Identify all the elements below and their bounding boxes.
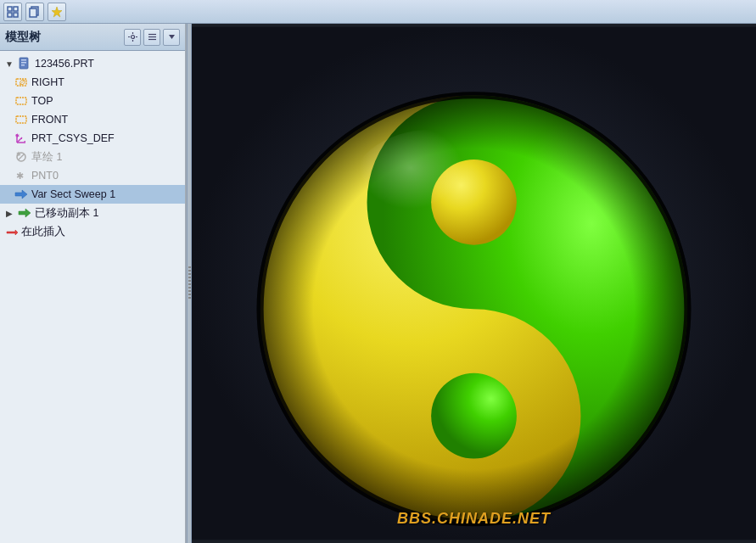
icon-plane-top — [14, 94, 29, 108]
svg-rect-17 — [21, 59, 26, 61]
icon-move — [17, 206, 32, 220]
tree-item-sketch[interactable]: ✱ 草绘 1 — [0, 148, 185, 166]
icon-file — [17, 57, 32, 70]
tree-item-right[interactable]: ∅ RIGHT — [0, 73, 185, 92]
svg-marker-36 — [19, 209, 31, 217]
tree-item-root[interactable]: ▼ 123456.PRT — [0, 54, 185, 73]
tree-item-front[interactable]: FRONT — [0, 110, 185, 129]
tree-label-move: 已移动副本 1 — [35, 206, 98, 221]
tree-item-move[interactable]: ▶ 已移动副本 1 — [0, 204, 185, 222]
svg-text:✱: ✱ — [16, 171, 24, 181]
panel-header: 模型树 — [0, 24, 185, 51]
tree-label-sweep: Var Sect Sweep 1 — [31, 188, 115, 200]
viewport: BBS.CHINADE.NET — [192, 24, 756, 543]
svg-rect-23 — [16, 116, 26, 123]
tree-item-sweep[interactable]: Var Sect Sweep 1 — [0, 185, 185, 204]
svg-marker-37 — [7, 230, 18, 235]
panel-tools — [124, 29, 180, 46]
tree-label-pnt: PNT0 — [31, 170, 59, 182]
tree-item-csys[interactable]: ✱ PRT_CSYS_DEF — [0, 129, 185, 148]
main-layout: 模型树 — [0, 24, 756, 543]
tree-label-top: TOP — [31, 95, 53, 107]
tree-label-right: RIGHT — [31, 76, 64, 88]
svg-rect-19 — [21, 64, 25, 66]
panel-tool-dropdown[interactable] — [163, 29, 180, 46]
tree-label-csys: PRT_CSYS_DEF — [31, 132, 115, 144]
svg-rect-18 — [21, 62, 26, 64]
svg-text:✱: ✱ — [16, 151, 21, 157]
viewport-canvas: BBS.CHINADE.NET — [192, 24, 756, 543]
svg-rect-22 — [16, 98, 26, 104]
svg-point-7 — [131, 36, 134, 39]
svg-rect-1 — [14, 7, 18, 11]
icon-sweep — [14, 188, 29, 201]
icon-csys: ✱ — [14, 132, 29, 145]
svg-text:∅: ∅ — [19, 79, 25, 87]
title-bar — [0, 0, 756, 24]
title-icon-copy[interactable] — [25, 3, 44, 21]
panel-tool-menu[interactable] — [143, 29, 160, 46]
tree-label-front: FRONT — [31, 114, 68, 126]
tree-label-root: 123456.PRT — [35, 58, 94, 70]
icon-pnt: ✱ — [14, 169, 29, 182]
icon-plane-right: ∅ — [14, 76, 29, 89]
icon-sketch: ✱ — [14, 150, 29, 164]
watermark: BBS.CHINADE.NET — [397, 510, 551, 528]
tree-label-insert: 在此插入 — [21, 225, 65, 239]
svg-rect-0 — [8, 7, 12, 11]
title-icon-grid[interactable] — [3, 3, 22, 21]
svg-rect-3 — [14, 13, 18, 17]
svg-rect-2 — [8, 13, 12, 17]
tree-item-insert[interactable]: 在此插入 — [0, 222, 185, 241]
icon-insert — [3, 225, 19, 238]
title-icons — [3, 3, 66, 21]
title-icon-star[interactable] — [48, 3, 66, 21]
panel-tool-settings[interactable] — [124, 29, 141, 46]
svg-marker-35 — [15, 190, 27, 199]
expand-icon-move[interactable]: ▶ — [3, 207, 15, 219]
tree-label-sketch: 草绘 1 — [31, 150, 62, 165]
left-panel: 模型树 — [0, 24, 187, 543]
svg-marker-15 — [169, 35, 175, 39]
svg-text:✱: ✱ — [15, 133, 20, 138]
tree-item-top[interactable]: TOP — [0, 92, 185, 110]
svg-marker-6 — [52, 7, 62, 17]
tree-item-pnt[interactable]: ✱ PNT0 — [0, 166, 185, 185]
svg-rect-5 — [30, 8, 36, 17]
tree-container[interactable]: ▼ 123456.PRT ∅ — [0, 51, 185, 543]
panel-title: 模型树 — [5, 30, 41, 45]
expand-icon-root[interactable]: ▼ — [3, 58, 15, 70]
svg-point-44 — [345, 130, 517, 266]
icon-plane-front — [14, 113, 29, 126]
